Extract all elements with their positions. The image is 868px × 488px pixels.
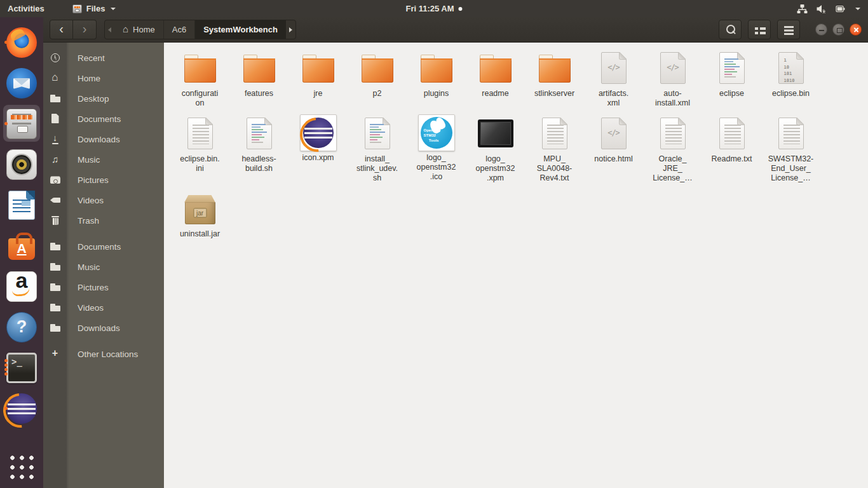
file-item[interactable]: features — [229, 49, 288, 98]
file-item[interactable]: plugins — [407, 49, 466, 98]
file-item[interactable]: headless- build.sh — [229, 114, 288, 173]
file-item[interactable]: Readme.txt — [702, 114, 761, 164]
file-item[interactable]: eclipse.bin — [761, 49, 820, 98]
dock-item-rhythmbox[interactable] — [3, 144, 41, 185]
sidebar-item[interactable]: Downloads — [43, 129, 164, 149]
breadcrumb-segment[interactable]: ⌂ Ac6 — [164, 20, 195, 39]
forward-button[interactable]: › — [73, 20, 97, 39]
file-item[interactable]: uninstall.jar — [170, 189, 229, 239]
sidebar-item[interactable]: Videos — [43, 190, 164, 210]
sidebar-item[interactable]: Desktop — [43, 88, 164, 109]
file-item[interactable]: SW4STM32- End_User_ License_… — [761, 114, 820, 183]
file-item[interactable]: MPU_ SLA0048- Rev4.txt — [525, 114, 584, 183]
file-icon — [778, 114, 804, 152]
file-label: stlinkserver — [534, 89, 574, 98]
file-label: auto- install.xml — [655, 89, 690, 108]
sidebar-bookmark-item[interactable]: Videos — [43, 297, 164, 318]
file-icon — [185, 189, 215, 227]
activities-button[interactable]: Activities — [0, 0, 52, 17]
app-icon — [8, 238, 35, 260]
file-icon — [362, 49, 393, 87]
back-button[interactable]: ‹ — [50, 20, 73, 39]
breadcrumb-segment[interactable]: ⌂ Home — [114, 20, 164, 39]
app-icon — [6, 312, 37, 342]
view-toggle-button[interactable] — [748, 20, 771, 39]
file-item[interactable]: notice.html — [584, 114, 643, 164]
folder-icon — [50, 322, 61, 334]
file-label: artifacts. xml — [599, 89, 628, 108]
app-menu[interactable]: Files — [67, 0, 121, 17]
dock-item-thunderbird[interactable] — [3, 63, 41, 104]
sidebar-item-icon — [50, 194, 61, 206]
file-item[interactable]: icon.xpm — [288, 114, 348, 163]
file-item[interactable]: logo_ openstm32 .xpm — [466, 114, 525, 183]
file-item[interactable]: install_ stlink_udev. sh — [348, 114, 407, 183]
dock-item-eclipse[interactable] — [3, 388, 41, 429]
sidebar-bookmarks: Documents Music Pictures Videos Download… — [43, 236, 164, 338]
maximize-button[interactable] — [832, 24, 844, 36]
file-item[interactable]: logo_ openstm32 .ico — [407, 114, 466, 182]
file-item[interactable]: Oracle_ JRE_ License_… — [643, 114, 702, 183]
file-view[interactable]: configurati on features jre p2 plugins — [164, 43, 868, 488]
header-bar: ‹ › ⌂ Home ⌂ Ac6 ⌂ SystemWorkbench — [43, 17, 868, 43]
folder-icon — [50, 241, 61, 252]
file-item[interactable]: artifacts. xml — [584, 49, 643, 108]
dock-item-files[interactable] — [3, 104, 41, 144]
close-button[interactable] — [850, 24, 862, 36]
file-label: p2 — [373, 89, 382, 98]
sidebar-item-label: Videos — [78, 196, 104, 205]
dock-item-help[interactable] — [3, 307, 41, 348]
file-icon — [302, 49, 334, 87]
sidebar-item[interactable]: Documents — [43, 109, 164, 129]
show-applications-button[interactable] — [7, 452, 36, 482]
files-window: ‹ › ⌂ Home ⌂ Ac6 ⌂ SystemWorkbench — [43, 17, 868, 488]
file-item[interactable]: eclipse — [702, 49, 761, 98]
sidebar-bookmark-item[interactable]: Downloads — [43, 318, 164, 338]
file-item[interactable]: eclipse.bin. ini — [170, 114, 229, 173]
app-icon — [6, 68, 37, 98]
search-button[interactable] — [719, 20, 742, 39]
sidebar-item-label: Downloads — [78, 323, 120, 333]
sidebar-bookmark-item[interactable]: Pictures — [43, 277, 164, 297]
sidebar-bookmark-item[interactable]: Music — [43, 257, 164, 277]
breadcrumb-segment[interactable]: ⌂ SystemWorkbench — [195, 20, 286, 39]
clock-menu[interactable]: Fri 11:25 AM — [405, 0, 462, 17]
dock-item-firefox[interactable] — [3, 22, 41, 63]
sidebar-item-icon — [50, 174, 61, 186]
file-item[interactable]: stlinkserver — [525, 49, 584, 98]
dock-item-amazon[interactable] — [3, 266, 41, 307]
file-item[interactable]: configurati on — [170, 49, 229, 108]
sidebar-item[interactable]: Home — [43, 68, 164, 88]
dock-item-ubuntu-software[interactable] — [3, 226, 41, 266]
running-indicator-icon — [4, 407, 8, 410]
system-tray[interactable] — [797, 0, 868, 17]
breadcrumb-scroll-right[interactable] — [286, 20, 295, 39]
sidebar-item-icon — [50, 215, 61, 226]
dock-item-terminal[interactable] — [3, 348, 41, 388]
file-item[interactable]: auto- install.xml — [643, 49, 702, 108]
dock-item-libreoffice-writer[interactable] — [3, 185, 41, 226]
menu-button[interactable] — [777, 20, 800, 39]
sidebar-item[interactable]: Trash — [43, 210, 164, 231]
file-item[interactable]: jre — [288, 49, 348, 98]
network-icon — [797, 4, 808, 14]
file-label: Readme.txt — [712, 154, 752, 164]
sidebar-item-icon — [50, 113, 61, 125]
folder-icon — [50, 281, 61, 293]
sidebar-item-label: Music — [78, 262, 100, 272]
file-label: readme — [482, 89, 508, 98]
file-label: jre — [314, 89, 323, 98]
sidebar-item-icon — [50, 154, 61, 165]
sidebar-bookmark-item[interactable]: Documents — [43, 236, 164, 257]
file-item[interactable]: readme — [466, 49, 525, 98]
chevron-left-icon — [108, 27, 111, 32]
file-item[interactable]: p2 — [348, 49, 407, 98]
file-label: logo_ openstm32 .xpm — [476, 154, 515, 183]
file-label: eclipse — [719, 89, 744, 98]
sidebar-item[interactable]: Music — [43, 149, 164, 170]
minimize-button[interactable] — [815, 24, 827, 36]
sidebar-item[interactable]: Pictures — [43, 170, 164, 190]
sidebar-item-other-locations[interactable]: Other Locations — [43, 344, 164, 364]
sidebar-item[interactable]: Recent — [43, 48, 164, 68]
app-menu-label: Files — [86, 4, 105, 13]
